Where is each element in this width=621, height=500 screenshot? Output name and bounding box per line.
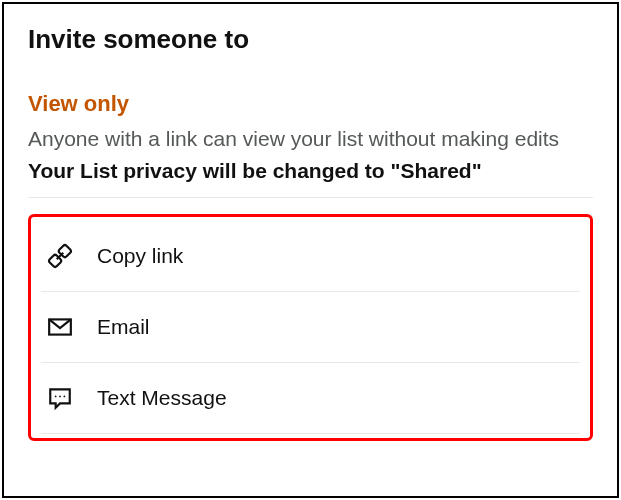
text-message-option[interactable]: Text Message	[41, 362, 580, 434]
divider	[28, 197, 593, 198]
option-label: Email	[97, 315, 150, 339]
link-icon	[47, 243, 73, 269]
privacy-notice: Your List privacy will be changed to "Sh…	[28, 159, 593, 183]
svg-point-4	[55, 396, 57, 398]
share-options: Copy link Email Text Message	[28, 214, 593, 441]
option-label: Copy link	[97, 244, 183, 268]
svg-point-6	[63, 396, 65, 398]
email-option[interactable]: Email	[41, 291, 580, 362]
email-icon	[47, 314, 73, 340]
svg-point-5	[59, 396, 61, 398]
dialog-description: Anyone with a link can view your list wi…	[28, 125, 593, 153]
invite-dialog: Invite someone to View only Anyone with …	[2, 2, 619, 498]
dialog-subtitle: View only	[28, 91, 593, 117]
dialog-title: Invite someone to	[28, 24, 593, 55]
option-label: Text Message	[97, 386, 227, 410]
copy-link-option[interactable]: Copy link	[41, 221, 580, 291]
text-message-icon	[47, 385, 73, 411]
